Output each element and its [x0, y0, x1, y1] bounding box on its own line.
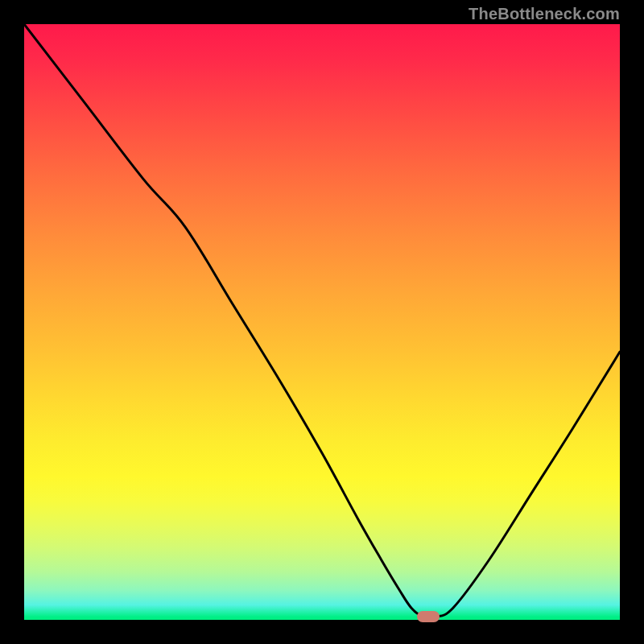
plot-area: [24, 24, 620, 620]
chart-container: TheBottleneck.com: [0, 0, 644, 644]
optimal-point-marker: [417, 611, 440, 622]
watermark-text: TheBottleneck.com: [469, 5, 620, 23]
